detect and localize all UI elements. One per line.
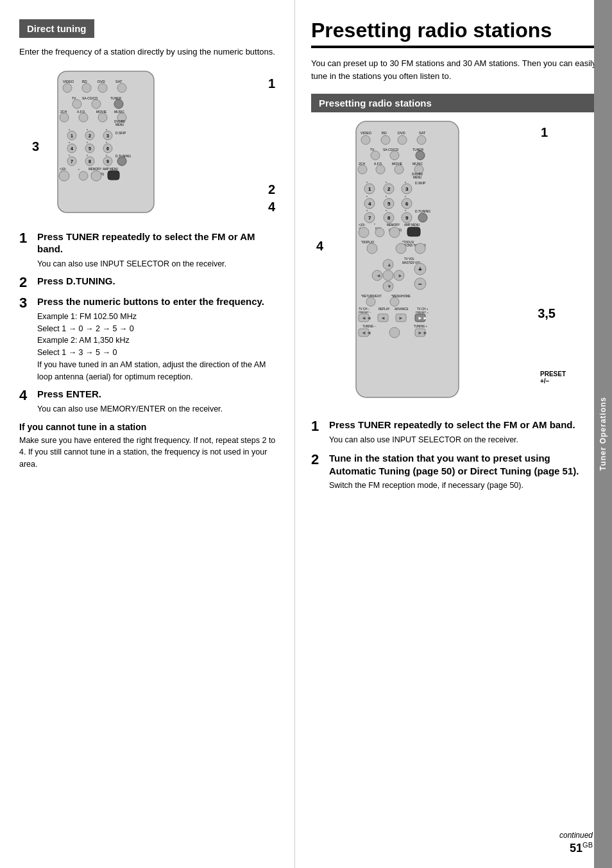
svg-point-79 [371, 151, 380, 160]
svg-text:◄: ◄ [376, 273, 381, 279]
svg-text:4: 4 [368, 201, 371, 207]
left-step-4-title: Press ENTER. [37, 388, 278, 401]
left-callout-1: 1 [268, 76, 275, 91]
svg-text:*: * [78, 169, 80, 172]
left-step-3-title: Press the numeric buttons to enter the f… [37, 295, 278, 308]
left-subsection-desc: Make sure you have entered the right fre… [19, 435, 278, 471]
svg-text:◄: ◄ [380, 315, 386, 321]
right-callout-35: 3,5 [538, 306, 556, 321]
left-step-3-num: 3 [19, 295, 37, 311]
svg-text:3: 3 [106, 133, 109, 137]
svg-text:MENU: MENU [115, 123, 124, 126]
svg-text:DVD: DVD [98, 80, 105, 83]
svg-text:3: 3 [405, 186, 409, 192]
left-intro: Enter the frequency of a station directl… [19, 46, 278, 58]
svg-point-125 [359, 227, 369, 238]
right-step-1-title: Press TUNER repeatedly to select the FM … [329, 419, 599, 431]
svg-text:MENU: MENU [413, 176, 421, 179]
left-step-1: 1 Press TUNER repeatedly to select the F… [19, 230, 278, 270]
right-steps: 1 Press TUNER repeatedly to select the F… [311, 419, 599, 492]
right-step-1-content: Press TUNER repeatedly to select the FM … [329, 419, 599, 446]
svg-text:◄◄: ◄◄ [361, 315, 371, 321]
svg-text:D.SKIP: D.SKIP [415, 181, 426, 185]
left-step-1-desc: You can also use INPUT SELECTOR on the r… [37, 258, 278, 270]
svg-point-6 [82, 83, 91, 92]
svg-text:+: + [418, 266, 422, 273]
svg-text:7: 7 [71, 159, 73, 163]
left-step-4: 4 Press ENTER. You can also use MEMORY/E… [19, 388, 278, 415]
svg-point-177 [389, 327, 400, 338]
svg-text:BD: BD [82, 80, 87, 83]
left-step-3: 3 Press the numeric buttons to enter the… [19, 295, 278, 383]
svg-text:2: 2 [387, 186, 391, 192]
svg-text:D.TUNING: D.TUNING [415, 209, 430, 213]
svg-rect-133 [407, 227, 420, 236]
page-num: 51 [570, 842, 582, 855]
svg-point-21 [98, 113, 107, 122]
svg-point-74 [398, 135, 407, 144]
svg-text:9: 9 [106, 159, 109, 163]
right-section-header: Presetting radio stations [311, 94, 599, 112]
page-container: Direct tuning Enter the frequency of a s… [0, 0, 612, 868]
svg-text:SAT: SAT [115, 80, 123, 83]
svg-text:AMP MENU: AMP MENU [404, 223, 420, 227]
svg-point-138 [396, 243, 406, 254]
svg-point-75 [417, 135, 426, 144]
right-callout-4: 4 [316, 239, 323, 254]
svg-text:1: 1 [71, 133, 73, 137]
svg-text:6: 6 [405, 201, 409, 207]
svg-text:2: 2 [89, 133, 91, 137]
right-step-2-num: 2 [311, 452, 329, 467]
svg-point-54 [117, 157, 126, 166]
left-callout-2: 2 [268, 182, 275, 197]
right-step-2-title: Tune in the station that you want to pre… [329, 452, 599, 477]
svg-point-121 [418, 213, 427, 222]
svg-point-65 [91, 171, 101, 181]
left-callout-4: 4 [268, 200, 275, 214]
svg-text:VIDEO: VIDEO [361, 131, 372, 135]
svg-text:SAT: SAT [419, 131, 426, 135]
svg-point-88 [395, 165, 404, 174]
right-remote-container: 1 4 3,5 PRESET +/– VIDEO BD DVD SAT TV S… [311, 120, 599, 409]
svg-text:►►: ►► [418, 315, 428, 321]
svg-text:5: 5 [387, 201, 391, 207]
svg-text:►: ► [398, 315, 404, 321]
svg-text:►►: ►► [418, 330, 428, 336]
left-step-4-desc: You can also use MEMORY/ENTER on the rec… [37, 403, 278, 415]
svg-text:5: 5 [89, 146, 91, 150]
right-step-1-num: 1 [311, 419, 329, 434]
left-callout-3: 3 [32, 139, 39, 154]
svg-text:MEMORY: MEMORY [89, 168, 101, 171]
svg-text:◄◄: ◄◄ [361, 330, 371, 336]
svg-point-61 [79, 171, 88, 180]
left-step-2-content: Press D.TUNING. [37, 275, 278, 290]
svg-point-81 [416, 151, 425, 160]
svg-text:▲: ▲ [387, 262, 392, 268]
continued-text: continued [559, 831, 593, 840]
right-callout-1: 1 [541, 125, 548, 140]
svg-text:*: * [386, 195, 387, 199]
right-step-2: 2 Tune in the station that you want to p… [311, 452, 599, 492]
svg-point-8 [117, 83, 126, 92]
svg-text:TUNER: TUNER [412, 148, 424, 152]
svg-text:TUNING +: TUNING + [414, 325, 427, 328]
svg-point-132 [389, 227, 400, 238]
left-step-4-content: Press ENTER. You can also use MEMORY/ENT… [37, 388, 278, 415]
left-step-2-num: 2 [19, 275, 37, 290]
svg-text:PRESET −: PRESET − [359, 311, 371, 314]
left-steps: 1 Press TUNER repeatedly to select the F… [19, 230, 278, 415]
svg-point-14 [114, 100, 123, 108]
left-remote-container: 1 2 3 4 VIDEO BD DVD SAT TV SA- [19, 70, 278, 218]
right-preset-label: PRESET +/– [540, 370, 566, 385]
svg-text:D.SKIP: D.SKIP [115, 131, 126, 135]
right-remote-svg: VIDEO BD DVD SAT TV SA-CD/CD TUNER 2CH A… [330, 120, 523, 409]
svg-rect-66 [108, 171, 119, 180]
left-step-1-content: Press TUNER repeatedly to select the FM … [37, 230, 278, 270]
left-step-3-desc: Example 1: FM 102.50 MHz Select 1 → 0 → … [37, 311, 278, 383]
svg-text:DVD: DVD [398, 131, 405, 135]
svg-point-139 [415, 243, 425, 254]
svg-text:▼: ▼ [387, 284, 392, 290]
right-main-title: Presetting radio stations [311, 19, 599, 48]
right-column: Tuner Operations Presetting radio statio… [295, 0, 612, 868]
left-step-2: 2 Press D.TUNING. [19, 275, 278, 290]
